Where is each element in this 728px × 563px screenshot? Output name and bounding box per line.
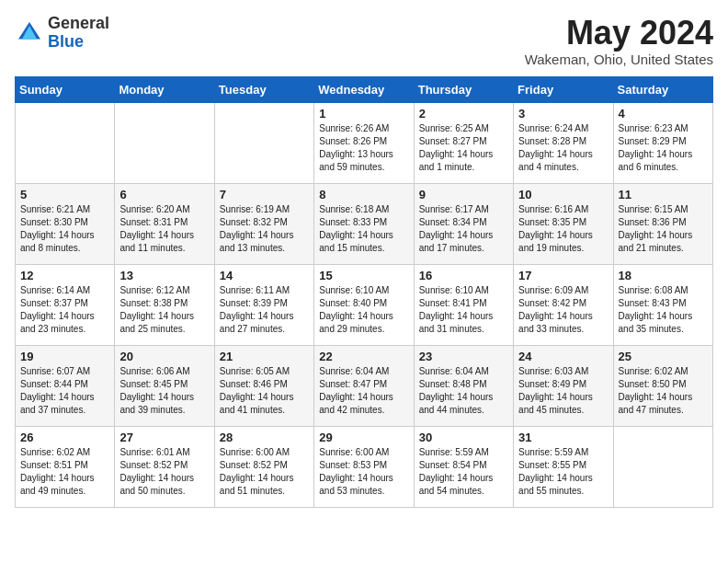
- day-info: Sunrise: 6:03 AMSunset: 8:49 PMDaylight:…: [518, 365, 608, 417]
- logo-text: General Blue: [48, 15, 109, 52]
- day-number: 5: [20, 188, 109, 201]
- day-info: Sunrise: 6:01 AMSunset: 8:52 PMDaylight:…: [119, 446, 209, 498]
- day-info: Sunrise: 6:00 AMSunset: 8:52 PMDaylight:…: [220, 446, 309, 498]
- weekday-header: Thursday: [414, 76, 513, 102]
- day-number: 4: [619, 107, 708, 121]
- calendar-cell: 27Sunrise: 6:01 AMSunset: 8:52 PMDayligh…: [115, 426, 214, 507]
- calendar-cell: 17Sunrise: 6:09 AMSunset: 8:42 PMDayligh…: [514, 264, 613, 345]
- calendar-header-row: SundayMondayTuesdayWednesdayThursdayFrid…: [16, 76, 713, 102]
- calendar-cell: 10Sunrise: 6:16 AMSunset: 8:35 PMDayligh…: [514, 183, 613, 264]
- weekday-header: Tuesday: [214, 76, 313, 102]
- day-number: 3: [518, 107, 608, 121]
- calendar-cell: 23Sunrise: 6:04 AMSunset: 8:48 PMDayligh…: [414, 345, 513, 426]
- calendar-cell: 11Sunrise: 6:15 AMSunset: 8:36 PMDayligh…: [613, 183, 712, 264]
- calendar-week-row: 1Sunrise: 6:26 AMSunset: 8:26 PMDaylight…: [16, 102, 713, 183]
- calendar-cell: 14Sunrise: 6:11 AMSunset: 8:39 PMDayligh…: [214, 264, 313, 345]
- calendar-cell: 2Sunrise: 6:25 AMSunset: 8:27 PMDaylight…: [414, 102, 513, 183]
- day-number: 29: [319, 431, 408, 444]
- day-number: 15: [319, 269, 408, 282]
- day-number: 22: [319, 350, 408, 363]
- calendar-cell: 15Sunrise: 6:10 AMSunset: 8:40 PMDayligh…: [314, 264, 414, 345]
- weekday-header: Saturday: [613, 76, 712, 102]
- calendar-cell: 19Sunrise: 6:07 AMSunset: 8:44 PMDayligh…: [16, 345, 115, 426]
- day-info: Sunrise: 6:25 AMSunset: 8:27 PMDaylight:…: [419, 122, 508, 174]
- day-info: Sunrise: 6:18 AMSunset: 8:33 PMDaylight:…: [319, 203, 408, 255]
- calendar-cell: 4Sunrise: 6:23 AMSunset: 8:29 PMDaylight…: [613, 102, 712, 183]
- day-number: 1: [319, 107, 408, 121]
- day-info: Sunrise: 6:08 AMSunset: 8:43 PMDaylight:…: [619, 284, 708, 336]
- day-info: Sunrise: 6:04 AMSunset: 8:47 PMDaylight:…: [319, 365, 408, 417]
- calendar-cell: 3Sunrise: 6:24 AMSunset: 8:28 PMDaylight…: [514, 102, 613, 183]
- day-info: Sunrise: 6:12 AMSunset: 8:38 PMDaylight:…: [119, 284, 209, 336]
- day-info: Sunrise: 5:59 AMSunset: 8:55 PMDaylight:…: [518, 446, 608, 498]
- logo-blue: Blue: [48, 33, 109, 52]
- day-number: 21: [220, 350, 309, 363]
- calendar-cell: 1Sunrise: 6:26 AMSunset: 8:26 PMDaylight…: [314, 102, 414, 183]
- day-info: Sunrise: 6:00 AMSunset: 8:53 PMDaylight:…: [319, 446, 408, 498]
- day-number: 12: [20, 269, 109, 282]
- weekday-header: Monday: [115, 76, 214, 102]
- calendar-cell: 18Sunrise: 6:08 AMSunset: 8:43 PMDayligh…: [613, 264, 712, 345]
- calendar-table: SundayMondayTuesdayWednesdayThursdayFrid…: [15, 76, 713, 508]
- day-info: Sunrise: 6:07 AMSunset: 8:44 PMDaylight:…: [20, 365, 109, 417]
- day-number: 17: [518, 269, 608, 282]
- day-number: 27: [119, 431, 209, 444]
- calendar-cell: 16Sunrise: 6:10 AMSunset: 8:41 PMDayligh…: [414, 264, 513, 345]
- day-number: 18: [619, 269, 708, 282]
- calendar-cell: 22Sunrise: 6:04 AMSunset: 8:47 PMDayligh…: [314, 345, 414, 426]
- day-number: 24: [518, 350, 608, 363]
- calendar-cell: 6Sunrise: 6:20 AMSunset: 8:31 PMDaylight…: [115, 183, 214, 264]
- calendar-cell: [115, 102, 214, 183]
- title-block: May 2024 Wakeman, Ohio, United States: [525, 15, 713, 67]
- calendar-cell: [214, 102, 313, 183]
- day-info: Sunrise: 6:17 AMSunset: 8:34 PMDaylight:…: [419, 203, 508, 255]
- day-info: Sunrise: 6:21 AMSunset: 8:30 PMDaylight:…: [20, 203, 109, 255]
- day-info: Sunrise: 6:04 AMSunset: 8:48 PMDaylight:…: [419, 365, 508, 417]
- day-info: Sunrise: 6:02 AMSunset: 8:51 PMDaylight:…: [20, 446, 109, 498]
- day-info: Sunrise: 6:10 AMSunset: 8:41 PMDaylight:…: [419, 284, 508, 336]
- day-info: Sunrise: 6:15 AMSunset: 8:36 PMDaylight:…: [619, 203, 708, 255]
- day-info: Sunrise: 6:26 AMSunset: 8:26 PMDaylight:…: [319, 122, 408, 174]
- day-number: 30: [419, 431, 508, 444]
- calendar-cell: 20Sunrise: 6:06 AMSunset: 8:45 PMDayligh…: [115, 345, 214, 426]
- calendar-cell: 13Sunrise: 6:12 AMSunset: 8:38 PMDayligh…: [115, 264, 214, 345]
- calendar-cell: 12Sunrise: 6:14 AMSunset: 8:37 PMDayligh…: [16, 264, 115, 345]
- weekday-header: Sunday: [16, 76, 115, 102]
- day-info: Sunrise: 6:10 AMSunset: 8:40 PMDaylight:…: [319, 284, 408, 336]
- day-number: 11: [619, 188, 708, 201]
- calendar-cell: 30Sunrise: 5:59 AMSunset: 8:54 PMDayligh…: [414, 426, 513, 507]
- day-number: 9: [419, 188, 508, 201]
- calendar-week-row: 5Sunrise: 6:21 AMSunset: 8:30 PMDaylight…: [16, 183, 713, 264]
- day-number: 14: [220, 269, 309, 282]
- day-number: 25: [619, 350, 708, 363]
- day-number: 7: [220, 188, 309, 201]
- logo: General Blue: [15, 15, 109, 52]
- day-info: Sunrise: 5:59 AMSunset: 8:54 PMDaylight:…: [419, 446, 508, 498]
- month-title: May 2024: [525, 15, 713, 52]
- day-number: 8: [319, 188, 408, 201]
- calendar-cell: 21Sunrise: 6:05 AMSunset: 8:46 PMDayligh…: [214, 345, 313, 426]
- day-info: Sunrise: 6:11 AMSunset: 8:39 PMDaylight:…: [220, 284, 309, 336]
- day-info: Sunrise: 6:02 AMSunset: 8:50 PMDaylight:…: [619, 365, 708, 417]
- day-number: 10: [518, 188, 608, 201]
- day-info: Sunrise: 6:24 AMSunset: 8:28 PMDaylight:…: [518, 122, 608, 174]
- day-info: Sunrise: 6:09 AMSunset: 8:42 PMDaylight:…: [518, 284, 608, 336]
- day-number: 19: [20, 350, 109, 363]
- day-number: 26: [20, 431, 109, 444]
- day-number: 23: [419, 350, 508, 363]
- calendar-cell: 25Sunrise: 6:02 AMSunset: 8:50 PMDayligh…: [613, 345, 712, 426]
- calendar-week-row: 19Sunrise: 6:07 AMSunset: 8:44 PMDayligh…: [16, 345, 713, 426]
- calendar-cell: 24Sunrise: 6:03 AMSunset: 8:49 PMDayligh…: [514, 345, 613, 426]
- weekday-header: Friday: [514, 76, 613, 102]
- calendar-cell: [16, 102, 115, 183]
- day-info: Sunrise: 6:06 AMSunset: 8:45 PMDaylight:…: [119, 365, 209, 417]
- logo-general: General: [48, 15, 109, 33]
- calendar-cell: 8Sunrise: 6:18 AMSunset: 8:33 PMDaylight…: [314, 183, 414, 264]
- day-info: Sunrise: 6:14 AMSunset: 8:37 PMDaylight:…: [20, 284, 109, 336]
- calendar-week-row: 26Sunrise: 6:02 AMSunset: 8:51 PMDayligh…: [16, 426, 713, 507]
- calendar-cell: 31Sunrise: 5:59 AMSunset: 8:55 PMDayligh…: [514, 426, 613, 507]
- day-number: 28: [220, 431, 309, 444]
- location: Wakeman, Ohio, United States: [525, 52, 713, 67]
- day-number: 20: [119, 350, 209, 363]
- day-info: Sunrise: 6:05 AMSunset: 8:46 PMDaylight:…: [220, 365, 309, 417]
